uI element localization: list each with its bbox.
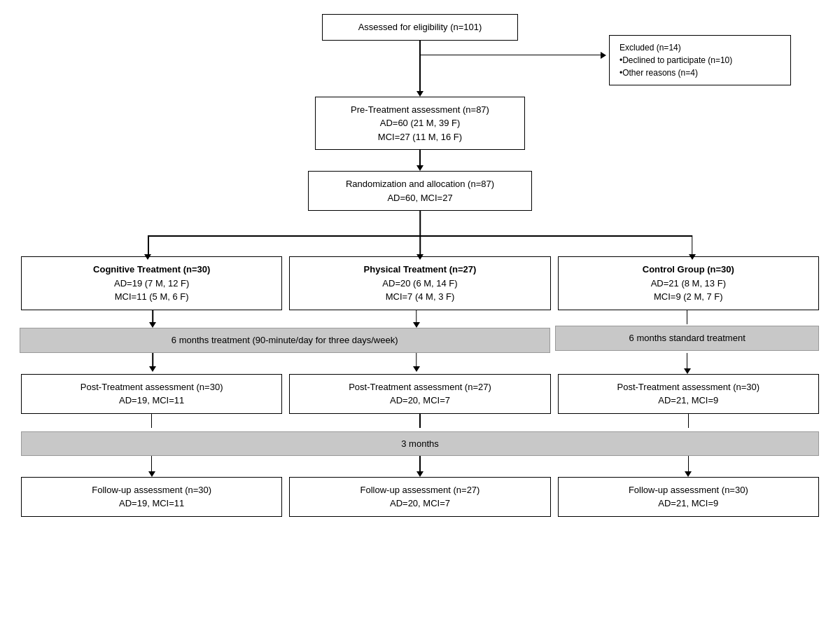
pretreatment-line3: MCI=27 (11 M, 16 F) — [326, 130, 514, 144]
months-text: 3 months — [401, 438, 438, 449]
cognitive-line1: AD=19 (7 M, 12 F) — [31, 277, 272, 291]
cognitive-box: Cognitive Treatment (n=30) AD=19 (7 M, 1… — [21, 256, 282, 310]
physical-title: Physical Treatment (n=27) — [300, 263, 540, 277]
control-followup-box: Follow-up assessment (n=30) AD=21, MCI=9 — [558, 477, 819, 517]
cognitive-followup-line2: AD=19, MCI=11 — [31, 497, 272, 511]
cognitive-followup-column: Follow-up assessment (n=30) AD=19, MCI=1… — [21, 477, 282, 517]
months-banner: 3 months — [21, 431, 819, 456]
control-box: Control Group (n=30) AD=21 (8 M, 13 F) M… — [558, 256, 819, 310]
cognitive-title: Cognitive Treatment (n=30) — [31, 263, 272, 277]
control-line2: MCI=9 (2 M, 7 F) — [568, 290, 808, 304]
randomization-box: Randomization and allocation (n=87) AD=6… — [308, 171, 532, 211]
cognitive-followup-line1: Follow-up assessment (n=30) — [31, 483, 272, 497]
exclusion-line1: Excluded (n=14) — [620, 41, 780, 54]
treatment-groups-row: Cognitive Treatment (n=30) AD=19 (7 M, 1… — [14, 256, 826, 310]
cognitive-post-box: Post-Treatment assessment (n=30) AD=19, … — [21, 374, 282, 414]
randomization-line1: Randomization and allocation (n=87) — [318, 177, 522, 191]
control-column: Control Group (n=30) AD=21 (8 M, 13 F) M… — [558, 256, 819, 310]
physical-box: Physical Treatment (n=27) AD=20 (6 M, 14… — [289, 256, 550, 310]
exclusion-box: Excluded (n=14) •Declined to participate… — [609, 35, 791, 85]
control-followup-line2: AD=21, MCI=9 — [568, 497, 808, 511]
physical-column: Physical Treatment (n=27) AD=20 (6 M, 14… — [289, 256, 550, 310]
pretreatment-line2: AD=60 (21 M, 39 F) — [326, 116, 514, 130]
exclusion-line3: •Other reasons (n=4) — [620, 67, 780, 79]
physical-line1: AD=20 (6 M, 14 F) — [300, 277, 540, 291]
cognitive-post-column: Post-Treatment assessment (n=30) AD=19, … — [21, 374, 282, 414]
control-post-line2: AD=21, MCI=9 — [568, 394, 808, 408]
physical-post-line1: Post-Treatment assessment (n=27) — [300, 380, 540, 394]
months-banner-container: 3 months — [14, 431, 826, 456]
control-followup-column: Follow-up assessment (n=30) AD=21, MCI=9 — [558, 477, 819, 517]
physical-post-box: Post-Treatment assessment (n=27) AD=20, … — [289, 374, 550, 414]
control-title: Control Group (n=30) — [568, 263, 808, 277]
arrows-to-followup — [14, 456, 826, 477]
eligibility-box: Assessed for eligibility (n=101) — [322, 14, 518, 41]
pretreatment-line1: Pre-Treatment assessment (n=87) — [326, 103, 514, 117]
cognitive-line2: MCI=11 (5 M, 6 F) — [31, 290, 272, 304]
treatment-banners-row: 6 months treatment (90-minute/day for th… — [14, 310, 826, 353]
eligibility-text: Assessed for eligibility (n=101) — [358, 22, 482, 32]
exclusion-line2: •Declined to participate (n=10) — [620, 54, 780, 67]
arrow-to-randomization — [416, 150, 424, 171]
cognitive-post-line2: AD=19, MCI=11 — [31, 394, 272, 408]
randomization-line2: AD=60, MCI=27 — [318, 191, 522, 205]
control-banner: 6 months standard treatment — [555, 326, 819, 351]
physical-followup-line2: AD=20, MCI=7 — [300, 497, 540, 511]
control-followup-line1: Follow-up assessment (n=30) — [568, 483, 808, 497]
cognitive-physical-banner: 6 months treatment (90-minute/day for th… — [20, 328, 550, 353]
control-post-box: Post-Treatment assessment (n=30) AD=21, … — [558, 374, 819, 414]
followup-row: Follow-up assessment (n=30) AD=19, MCI=1… — [14, 477, 826, 517]
physical-post-column: Post-Treatment assessment (n=27) AD=20, … — [289, 374, 550, 414]
arrows-to-months — [14, 414, 826, 431]
cognitive-post-line1: Post-Treatment assessment (n=30) — [31, 380, 272, 394]
arrow-to-pretreatment — [416, 76, 424, 97]
flowchart: Assessed for eligibility (n=101) Exclude… — [14, 14, 826, 517]
physical-post-line2: AD=20, MCI=7 — [300, 394, 540, 408]
control-treatment-text: 6 months standard treatment — [629, 333, 746, 343]
control-post-line1: Post-Treatment assessment (n=30) — [568, 380, 808, 394]
cognitive-treatment-text: 6 months treatment (90-minute/day for th… — [172, 335, 398, 345]
physical-line2: MCI=7 (4 M, 3 F) — [300, 290, 540, 304]
control-line1: AD=21 (8 M, 13 F) — [568, 277, 808, 291]
cognitive-column: Cognitive Treatment (n=30) AD=19 (7 M, 1… — [21, 256, 282, 310]
physical-followup-column: Follow-up assessment (n=27) AD=20, MCI=7 — [289, 477, 550, 517]
post-treatment-row: Post-Treatment assessment (n=30) AD=19, … — [14, 374, 826, 414]
branch-connector — [14, 211, 826, 256]
control-post-column: Post-Treatment assessment (n=30) AD=21, … — [558, 374, 819, 414]
pretreatment-box: Pre-Treatment assessment (n=87) AD=60 (2… — [315, 97, 525, 151]
cognitive-followup-box: Follow-up assessment (n=30) AD=19, MCI=1… — [21, 477, 282, 517]
arrows-to-post — [14, 353, 826, 374]
physical-followup-box: Follow-up assessment (n=27) AD=20, MCI=7 — [289, 477, 550, 517]
physical-followup-line1: Follow-up assessment (n=27) — [300, 483, 540, 497]
